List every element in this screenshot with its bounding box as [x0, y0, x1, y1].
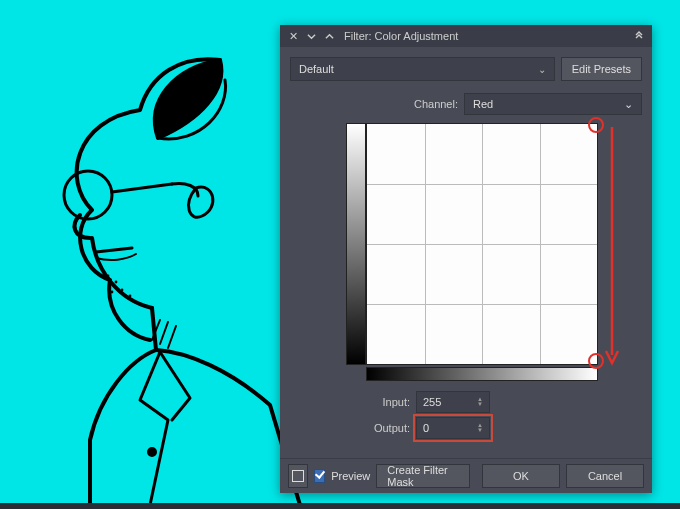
svg-point-3	[115, 281, 118, 284]
preview-checkbox[interactable]	[314, 469, 326, 483]
annotation-handle-bottom	[588, 353, 604, 369]
curve-editor	[346, 123, 642, 365]
ok-button[interactable]: OK	[482, 464, 560, 488]
close-icon[interactable]: ✕	[286, 29, 300, 43]
svg-point-6	[111, 291, 114, 294]
output-label: Output:	[360, 422, 410, 434]
input-value: 255	[423, 396, 441, 408]
preset-selected: Default	[299, 63, 334, 75]
output-spinbox[interactable]: 0 ▲▼	[416, 417, 490, 439]
svg-point-2	[107, 275, 110, 278]
curve-grid[interactable]	[366, 123, 598, 365]
compare-toggle-button[interactable]	[288, 464, 308, 488]
color-adjustment-dialog: ✕ Filter: Color Adjustment Default ⌄ Edi…	[280, 25, 652, 493]
input-gradient	[366, 367, 598, 381]
channel-label: Channel:	[414, 98, 458, 110]
dialog-titlebar[interactable]: ✕ Filter: Color Adjustment	[280, 25, 652, 47]
channel-selected: Red	[473, 98, 493, 110]
output-value: 0	[423, 422, 429, 434]
annotation-arrow	[604, 125, 624, 369]
dialog-content: Default ⌄ Edit Presets Channel: Red ⌄	[280, 47, 652, 449]
spinner-arrows-icon: ▲▼	[477, 397, 483, 407]
input-spinbox[interactable]: 255 ▲▼	[416, 391, 490, 413]
dialog-footer: Preview Create Filter Mask OK Cancel	[280, 458, 652, 493]
svg-point-4	[121, 289, 124, 292]
dialog-title: Filter: Color Adjustment	[340, 30, 628, 42]
collapse-up-icon[interactable]	[322, 29, 336, 43]
svg-point-5	[129, 295, 132, 298]
input-label: Input:	[360, 396, 410, 408]
cancel-button[interactable]: Cancel	[566, 464, 644, 488]
channel-combo[interactable]: Red ⌄	[464, 93, 642, 115]
chevron-down-icon: ⌄	[538, 64, 546, 75]
create-filter-mask-button[interactable]: Create Filter Mask	[376, 464, 470, 488]
spinner-arrows-icon: ▲▼	[477, 423, 483, 433]
preview-label: Preview	[331, 470, 370, 482]
chevron-down-icon: ⌄	[624, 98, 633, 111]
svg-point-1	[149, 449, 155, 455]
annotation-handle-top	[588, 117, 604, 133]
output-gradient	[346, 123, 366, 365]
edit-presets-button[interactable]: Edit Presets	[561, 57, 642, 81]
float-icon[interactable]	[632, 29, 646, 43]
preset-combo[interactable]: Default ⌄	[290, 57, 555, 81]
collapse-down-icon[interactable]	[304, 29, 318, 43]
